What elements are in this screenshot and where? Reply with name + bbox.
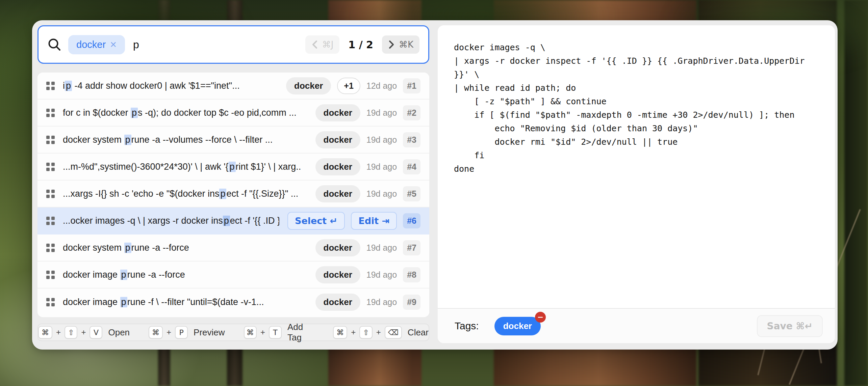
select-button[interactable]: Select ↵ [287,212,345,230]
command-text-pre: ...ocker images -q \ | xargs -r docker i… [63,216,223,226]
search-query-text[interactable]: p [133,38,305,51]
row-meta: docker19d ago#5 [315,185,420,202]
row-index-badge: #1 [403,78,420,93]
result-row[interactable]: docker system prune -a --forcedocker19d … [37,235,429,261]
shortcut-group: ⌘+TAdd Tag [244,322,314,343]
edit-button[interactable]: Edit ⇥ [351,212,397,230]
result-row[interactable]: docker image prune -a --forcedocker19d a… [37,261,429,288]
row-index-badge: #4 [403,159,420,174]
drag-handle-icon[interactable] [46,136,55,144]
command-text: docker system prune -a --force [63,243,307,253]
row-tag-chip[interactable]: docker [315,185,360,202]
command-text-pre: docker image [63,297,120,307]
plus-separator: + [81,328,86,337]
row-index-badge: #2 [403,105,420,120]
match-highlight: p [65,81,72,91]
result-row[interactable]: for c in $(docker ps -q); do docker top … [37,100,429,127]
keycap: ⌘ [38,326,52,339]
command-text-post: ect -f "{{.Size}}" ... [226,189,298,199]
plus-separator: + [56,328,61,337]
row-index-badge: #6 [403,213,420,228]
keycap: V [90,326,102,339]
snippet-search-window: docker ✕ p ⌘J 1 / 2 ⌘K [32,20,838,350]
row-meta: Select ↵Edit ⇥#6 [287,212,420,230]
search-tag-label: docker [76,39,106,50]
row-tag-chip[interactable]: docker [315,266,360,283]
row-timestamp: 19d ago [366,108,397,118]
search-box[interactable]: docker ✕ p ⌘J 1 / 2 ⌘K [37,25,429,64]
row-timestamp: 19d ago [366,162,397,172]
row-tag-chip[interactable]: docker [315,158,360,175]
result-row[interactable]: ...xargs -I{} sh -c 'echo -e "$(docker i… [37,181,429,208]
prev-result-button[interactable]: ⌘J [305,35,340,54]
shortcut-group: ⌘+⇧+VOpen [38,326,130,339]
command-text: docker system prune -a --volumes --force… [63,135,307,145]
remove-tag-badge[interactable]: − [535,312,546,323]
row-timestamp: 12d ago [366,81,397,91]
snippet-code[interactable]: docker images -q \ | xargs -r docker ins… [438,25,835,191]
chevron-right-icon [388,40,395,49]
command-text-post: rune -a --volumes --force \ --filter ... [131,135,273,145]
row-index-badge: #9 [403,295,420,310]
command-text-post: rune -f \ --filter "until=$(date -v-1... [127,297,264,307]
drag-handle-icon[interactable] [46,109,55,117]
keycap: ⌘ [333,326,347,339]
result-row[interactable]: docker system prune -a --volumes --force… [37,127,429,154]
more-tags-chip[interactable]: +1 [337,78,360,94]
shortcut-group: ⌘+⇧+⌫Clear [333,326,429,339]
tags-label: Tags: [455,320,479,332]
row-index-badge: #8 [403,267,420,282]
match-highlight: p [120,297,127,307]
next-result-button[interactable]: ⌘K [382,35,419,54]
result-row[interactable]: ...ocker images -q \ | xargs -r docker i… [37,208,429,235]
command-text: ...ocker images -q \ | xargs -r docker i… [63,216,279,226]
keycap: P [175,326,188,339]
row-meta: docker+112d ago#1 [286,77,420,94]
drag-handle-icon[interactable] [46,217,55,225]
save-button[interactable]: Save ⌘↵ [757,315,823,337]
result-row[interactable]: ...m-%d",systime()-3600*24*30)' \ | awk … [37,154,429,181]
row-timestamp: 19d ago [366,270,397,280]
drag-handle-icon[interactable] [46,163,55,171]
shortcuts-bar: ⌘+⇧+VOpen⌘+PPreview⌘+TAdd Tag⌘+⇧+⌫Clear [37,324,429,341]
row-tag-chip[interactable]: docker [315,131,360,148]
prev-shortcut-label: ⌘J [322,39,334,50]
command-text: docker image prune -f \ --filter "until=… [63,297,307,307]
row-tag-chip[interactable]: docker [315,104,360,121]
match-highlight: p [219,189,226,199]
match-highlight: p [120,270,127,280]
preview-tag-docker[interactable]: docker − [494,317,541,335]
desktop: docker ✕ p ⌘J 1 / 2 ⌘K [0,0,868,386]
result-navigation: ⌘J 1 / 2 ⌘K [305,35,419,54]
result-row[interactable]: docker image prune -f \ --filter "until=… [37,288,429,315]
command-text-post: rune -a --force [131,243,189,253]
row-meta: docker19d ago#7 [315,239,420,256]
command-text-post: -4 addr show docker0 | awk '$1=="inet"..… [72,81,240,91]
row-tag-chip[interactable]: docker [315,294,360,311]
command-text-pre: docker system [63,135,124,145]
drag-handle-icon[interactable] [46,190,55,198]
drag-handle-icon[interactable] [46,244,55,252]
drag-handle-icon[interactable] [46,271,55,279]
drag-handle-icon[interactable] [46,298,55,306]
search-tag-chip[interactable]: docker ✕ [68,35,125,54]
chevron-left-icon [311,40,318,49]
command-text-post: s -q); do docker top $c -eo pid,comm ... [138,108,297,118]
command-text-pre: ...m-%d",systime()-3600*24*30)' \ | awk … [63,162,229,172]
match-highlight: p [229,162,236,172]
command-text: for c in $(docker ps -q); do docker top … [63,108,307,118]
command-text-post: rint $1}' \ | xarg.. [236,162,301,172]
shortcut-label: Preview [194,327,225,338]
keycap: ⇧ [359,326,372,339]
row-tag-chip[interactable]: docker [286,77,331,94]
shortcut-label: Open [108,327,130,338]
row-meta: docker19d ago#8 [315,266,420,283]
plus-separator: + [167,328,171,337]
match-highlight: p [124,243,131,253]
result-row[interactable]: ip -4 addr show docker0 | awk '$1=="inet… [37,73,429,100]
remove-search-tag-icon[interactable]: ✕ [110,40,117,49]
row-index-badge: #5 [403,186,420,201]
row-meta: docker19d ago#3 [315,131,420,148]
drag-handle-icon[interactable] [46,82,55,90]
row-tag-chip[interactable]: docker [315,239,360,256]
